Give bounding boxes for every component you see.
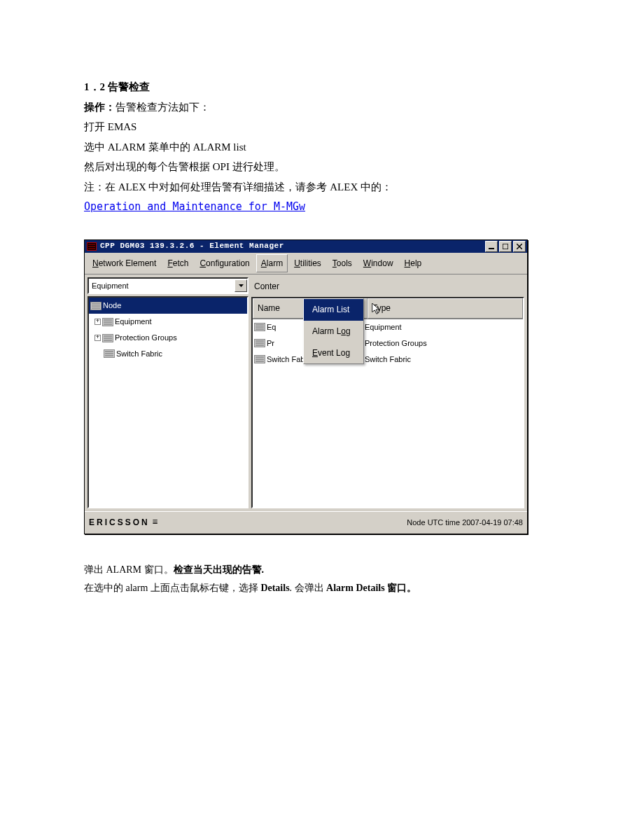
cell-name: Eq — [267, 320, 276, 335]
equipment-icon — [254, 339, 265, 347]
menubar: Network Element Fetch Configuration Alar… — [85, 253, 527, 275]
menu-alarm[interactable]: Alarm — [256, 254, 288, 273]
window-controls — [485, 241, 526, 252]
menu-utilities[interactable]: Utilities — [289, 254, 326, 273]
expand-icon[interactable]: + — [94, 335, 101, 341]
list-body: Eq Equipment Pr Protection Groups Switch… — [253, 319, 523, 368]
equipment-icon — [254, 355, 265, 363]
combo-dropdown-button[interactable] — [234, 279, 247, 292]
menu-tools[interactable]: Tools — [328, 254, 357, 273]
reference-link[interactable]: Operation and Maintenance for M-MGw — [84, 200, 305, 213]
combo-text: Equipment — [89, 279, 234, 293]
tree-label: Node — [103, 298, 121, 313]
tree-view[interactable]: Node + Equipment + Protection Groups — [88, 296, 248, 508]
equipment-icon — [254, 323, 265, 331]
right-pane: Conter Name Type Eq Equipment — [251, 277, 524, 508]
close-button[interactable] — [513, 241, 526, 252]
equipment-icon — [104, 349, 115, 358]
svg-marker-9 — [239, 284, 244, 287]
column-type[interactable]: Type — [368, 298, 523, 319]
tree-label: Equipment — [115, 314, 152, 329]
menu-configuration[interactable]: Configuration — [195, 254, 254, 273]
list-item[interactable]: Eq Equipment — [253, 319, 523, 335]
status-utc-time: Node UTC time 2007-04-19 07:48 — [407, 515, 523, 530]
menu-network-element[interactable]: Network Element — [88, 254, 161, 273]
list-header: Name Type — [253, 298, 523, 319]
titlebar: CPP DGM03 139.3.2.6 - Element Manager — [85, 240, 527, 253]
tree-node-equipment[interactable]: + Equipment — [89, 314, 247, 330]
application-window: CPP DGM03 139.3.2.6 - Element Manager Ne… — [84, 239, 528, 534]
menu-help[interactable]: Help — [400, 254, 427, 273]
alarm-dropdown-menu: Alarm List Alarm Log Event Log — [303, 298, 364, 364]
cell-type: Switch Fabric — [360, 352, 522, 367]
equipment-icon — [102, 334, 113, 342]
maximize-button[interactable] — [499, 241, 512, 252]
tree-node-protection[interactable]: + Protection Groups — [89, 330, 247, 346]
menu-window[interactable]: Window — [358, 254, 398, 273]
operation-text: 告警检查方法如下： — [115, 102, 210, 113]
tree-label: Protection Groups — [115, 331, 177, 345]
equipment-combo[interactable]: Equipment — [88, 277, 248, 294]
statusbar: ERICSSON≡ Node UTC time 2007-04-19 07:48 — [85, 511, 527, 534]
cell-type: Protection Groups — [360, 336, 522, 351]
tree-label: Switch Fabric — [116, 347, 162, 361]
paragraph-step1: 打开 EMAS — [84, 117, 560, 137]
section-heading: 1．2 告警检查 — [84, 77, 560, 97]
minimize-button[interactable] — [485, 241, 498, 252]
svg-rect-6 — [503, 244, 508, 249]
content-label: Conter — [251, 277, 524, 295]
chevron-down-icon — [239, 284, 244, 287]
equipment-icon — [90, 302, 102, 310]
list-view[interactable]: Name Type Eq Equipment Pr Protection Gro… — [251, 297, 524, 508]
tree-node-switch-fabric[interactable]: Switch Fabric — [89, 346, 247, 362]
cell-name: Pr — [267, 336, 274, 351]
list-item[interactable]: Pr Protection Groups — [253, 335, 523, 352]
menu-fetch[interactable]: Fetch — [162, 254, 193, 273]
app-icon — [86, 242, 97, 251]
document-page: 1．2 告警检查 操作：告警检查方法如下： 打开 EMAS 选中 ALARM 菜… — [0, 0, 644, 834]
paragraph-operation: 操作：告警检查方法如下： — [84, 97, 560, 118]
brand-logo: ERICSSON≡ — [89, 513, 158, 532]
left-pane: Equipment Node + Equipment — [88, 277, 248, 508]
paragraph-result2: 在选中的 alarm 上面点击鼠标右键，选择 Details. 会弹出 Alar… — [84, 579, 560, 598]
window-title: CPP DGM03 139.3.2.6 - Element Manager — [100, 239, 485, 253]
tree-node-root[interactable]: Node — [89, 298, 247, 314]
svg-rect-5 — [489, 248, 494, 249]
cell-type: Equipment — [360, 320, 522, 335]
menu-item-event-log[interactable]: Event Log — [304, 342, 363, 364]
paragraph-step3: 然后对出现的每个告警根据 OPI 进行处理。 — [84, 157, 560, 177]
menu-item-alarm-log[interactable]: Alarm Log — [304, 321, 363, 342]
paragraph-step2: 选中 ALARM 菜单中的 ALARM list — [84, 137, 560, 158]
operation-label: 操作： — [84, 102, 115, 113]
embedded-screenshot: CPP DGM03 139.3.2.6 - Element Manager Ne… — [84, 239, 560, 534]
paragraph-result1: 弹出 ALARM 窗口。检查当天出现的告警. — [84, 561, 560, 580]
expand-icon[interactable]: + — [94, 319, 101, 325]
client-area: Equipment Node + Equipment — [85, 274, 527, 511]
paragraph-note: 注：在 ALEX 中对如何处理告警有详细描述，请参考 ALEX 中的： — [84, 177, 560, 197]
menu-item-alarm-list[interactable]: Alarm List — [304, 299, 363, 321]
list-item[interactable]: Switch Fabric Switch Fabric — [253, 352, 523, 368]
equipment-icon — [102, 318, 113, 326]
